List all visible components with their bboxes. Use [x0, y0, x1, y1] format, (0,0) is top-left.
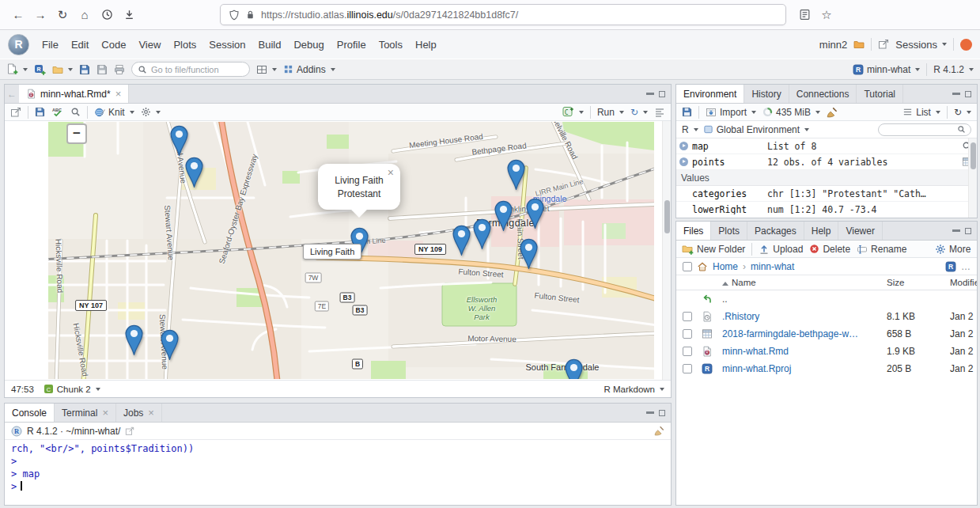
popup-close-button[interactable]: ×	[388, 167, 394, 178]
map-marker[interactable]	[169, 123, 189, 156]
maximize-icon[interactable]	[659, 410, 665, 416]
console-output[interactable]: rch, "<br/>", points$Tradition)) > > map…	[5, 440, 671, 505]
file-link[interactable]: 2018-farmingdale-bethpage-w…	[722, 328, 858, 339]
import-dataset-button[interactable]: Import	[706, 107, 756, 118]
save-icon[interactable]	[35, 107, 45, 117]
file-checkbox[interactable]	[683, 329, 692, 339]
menu-item[interactable]: Build	[252, 36, 288, 54]
menu-item[interactable]: Edit	[65, 36, 95, 54]
addins-menu[interactable]: Addins	[283, 64, 335, 75]
breadcrumb-home[interactable]: Home	[713, 261, 738, 272]
minimize-icon[interactable]	[646, 93, 654, 95]
spellcheck-icon[interactable]	[51, 107, 64, 117]
file-row[interactable]: minn-what.Rproj 205 B Jan 2	[676, 360, 977, 377]
menu-item[interactable]: Plots	[167, 36, 202, 54]
file-row[interactable]: .Rhistory 8.1 KB Jan 2	[676, 308, 977, 325]
tab-terminal[interactable]: Terminal×	[55, 404, 116, 422]
insert-chunk-button[interactable]	[562, 106, 584, 118]
menu-item[interactable]: File	[36, 36, 65, 54]
file-link[interactable]: minn-what.Rproj	[722, 363, 791, 374]
r-version-menu[interactable]: R 4.1.2	[933, 64, 974, 75]
environment-search-input[interactable]	[884, 125, 954, 135]
environment-search[interactable]	[878, 123, 971, 136]
nav-back-icon[interactable]: ←	[5, 89, 19, 100]
bookmark-star-icon[interactable]: ☆	[816, 5, 837, 25]
popout-icon[interactable]	[10, 107, 21, 118]
delete-button[interactable]: Delete	[809, 244, 850, 255]
language-menu[interactable]: R	[682, 124, 698, 135]
scope-menu[interactable]: Global Environment	[703, 124, 809, 135]
tab-connections[interactable]: Connections	[789, 85, 857, 103]
tab-history[interactable]: History	[744, 85, 789, 103]
save-all-icon[interactable]	[96, 64, 108, 75]
goto-file-input[interactable]: Go to file/function	[131, 62, 250, 77]
tab-plots[interactable]: Plots	[711, 222, 747, 240]
file-link[interactable]: minn-what.Rmd	[722, 346, 789, 357]
save-icon[interactable]	[79, 64, 90, 75]
quit-session-button[interactable]	[960, 39, 972, 51]
document-options-button[interactable]	[141, 107, 161, 117]
rerun-button[interactable]: ↻	[630, 107, 648, 118]
file-link[interactable]: .Rhistory	[722, 311, 759, 322]
history-icon[interactable]	[96, 5, 117, 25]
url-bar[interactable]: https://rstudio.atlas.illinois.edu/s/0da…	[220, 4, 786, 25]
user-folder-icon[interactable]	[853, 39, 865, 50]
tab-minn-what-rmd[interactable]: minn-what.Rmd* ×	[19, 85, 129, 103]
menu-item[interactable]: Profile	[331, 36, 373, 54]
tab-console[interactable]: Console	[5, 404, 55, 422]
map-marker[interactable]	[506, 157, 526, 190]
tab-packages[interactable]: Packages	[747, 222, 804, 240]
tab-environment[interactable]: Environment	[676, 85, 744, 103]
tab-tutorial[interactable]: Tutorial	[857, 85, 903, 103]
menu-item[interactable]: Session	[202, 36, 252, 54]
breadcrumb-ellipsis[interactable]: …	[961, 261, 971, 272]
project-menu[interactable]: minn-what	[853, 64, 920, 75]
upload-button[interactable]: Upload	[759, 244, 803, 255]
env-row-clipped[interactable]: lowerRight num [1:2] 40.7 -73.4	[676, 202, 977, 214]
column-modified[interactable]: Modified	[950, 278, 977, 287]
file-checkbox[interactable]	[683, 364, 692, 373]
knit-button[interactable]: Knit	[94, 107, 134, 118]
map-marker[interactable]	[184, 155, 204, 188]
save-workspace-icon[interactable]	[682, 107, 692, 117]
column-size[interactable]: Size	[887, 278, 950, 287]
map-marker[interactable]	[494, 199, 513, 231]
expand-icon[interactable]	[679, 142, 688, 150]
tab-viewer[interactable]: Viewer	[838, 222, 882, 240]
doc-type-menu[interactable]: R Markdown	[604, 385, 664, 394]
back-icon[interactable]: ←	[8, 5, 28, 25]
env-row-points[interactable]: points 12 obs. of 4 variables	[676, 154, 977, 170]
popout-icon[interactable]	[125, 426, 134, 436]
expand-icon[interactable]	[679, 157, 688, 166]
environment-scrollbar[interactable]	[968, 138, 977, 218]
menu-item[interactable]: Help	[409, 36, 443, 54]
maximize-icon[interactable]	[965, 228, 971, 234]
minimize-icon[interactable]	[952, 229, 960, 232]
tab-help[interactable]: Help	[804, 222, 839, 240]
new-project-icon[interactable]	[34, 63, 46, 75]
new-folder-button[interactable]: New Folder	[682, 243, 745, 255]
run-button[interactable]: Run	[597, 107, 624, 118]
source-scrollbar[interactable]	[662, 121, 671, 380]
tab-files[interactable]: Files	[676, 222, 711, 240]
select-all-checkbox[interactable]	[683, 262, 692, 271]
map-marker[interactable]	[160, 328, 180, 360]
file-checkbox[interactable]	[683, 312, 692, 321]
open-new-session-icon[interactable]	[878, 39, 889, 50]
pane-layout-button[interactable]	[256, 64, 277, 75]
close-icon[interactable]: ×	[148, 408, 154, 418]
file-row[interactable]: 2018-farmingdale-bethpage-w… 658 B Jan 2	[676, 325, 977, 343]
find-icon[interactable]	[70, 107, 81, 117]
clear-workspace-icon[interactable]	[827, 107, 838, 118]
open-file-button[interactable]	[52, 64, 73, 75]
minimize-icon[interactable]	[952, 93, 960, 95]
rename-button[interactable]: Rename	[857, 244, 906, 255]
memory-usage-button[interactable]: 435 MiB	[762, 107, 820, 118]
minimize-icon[interactable]	[646, 411, 654, 414]
chunk-indicator[interactable]: Chunk 2	[44, 384, 100, 394]
env-row-categories[interactable]: categories chr [1:3] "Protestant" "Cath…	[676, 186, 977, 202]
column-name[interactable]: Name	[722, 278, 887, 287]
lock-icon[interactable]	[245, 9, 255, 20]
list-view-button[interactable]: List	[902, 107, 940, 118]
up-directory-icon[interactable]	[702, 294, 713, 305]
